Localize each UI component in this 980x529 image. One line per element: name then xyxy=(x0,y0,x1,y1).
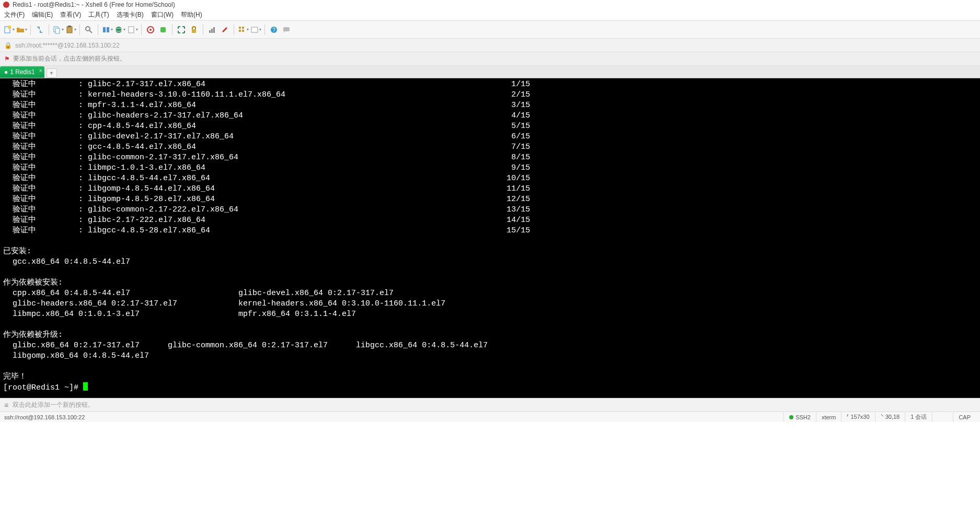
transfer-button[interactable] xyxy=(101,24,113,36)
terminal-output[interactable]: 验证中 : glibc-2.17-317.el7.x86_64 1/15 验证中… xyxy=(0,78,980,398)
separator xyxy=(141,25,142,35)
hint-bar: ⚑ 要添加当前会话，点击左侧的箭头按钮。 xyxy=(0,52,980,66)
status-proto: SSH2 xyxy=(783,412,816,422)
highlight-button[interactable] xyxy=(219,24,230,36)
svg-rect-1 xyxy=(8,26,11,29)
hint-text: 要添加当前会话，点击左侧的箭头按钮。 xyxy=(13,54,126,63)
svg-point-14 xyxy=(149,29,152,31)
svg-rect-24 xyxy=(251,27,258,32)
lock-icon[interactable] xyxy=(188,24,200,36)
app-icon xyxy=(3,2,9,8)
window-title: Redis1 - root@Redis1:~ - Xshell 6 (Free … xyxy=(13,1,175,8)
menu-window[interactable]: 窗口(W) xyxy=(151,10,174,19)
search-button[interactable] xyxy=(83,24,95,36)
status-term-type: xterm xyxy=(816,412,841,422)
chart-button[interactable] xyxy=(206,24,218,36)
menu-tabs[interactable]: 选项卡(B) xyxy=(117,10,144,19)
address-bar[interactable]: 🔒 ssh://root:******@192.168.153.100:22 xyxy=(0,39,980,52)
titlebar: Redis1 - root@Redis1:~ - Xshell 6 (Free … xyxy=(0,0,980,9)
svg-rect-4 xyxy=(67,27,72,33)
tab-label: 1 Redis1 xyxy=(10,68,34,76)
fullscreen-button[interactable] xyxy=(176,24,187,36)
script-button[interactable] xyxy=(126,24,138,36)
quickbar[interactable]: ≡ 双击此处添加一个新的按钮。 xyxy=(0,398,980,412)
globe-button[interactable] xyxy=(114,24,125,36)
menu-file[interactable]: 文件(F) xyxy=(4,10,25,19)
apps-button[interactable] xyxy=(237,24,249,36)
svg-rect-17 xyxy=(209,30,211,33)
status-cursor-pos: ⸌ 30,18 xyxy=(875,412,905,422)
add-tab-button[interactable]: + xyxy=(47,68,57,78)
svg-rect-5 xyxy=(68,26,71,27)
lock-small-icon: 🔒 xyxy=(4,42,12,49)
separator xyxy=(98,25,98,35)
status-connection: ssh://root@192.168.153.100:22 xyxy=(4,414,783,420)
xagent-icon[interactable] xyxy=(157,24,169,36)
menu-icon[interactable]: ≡ xyxy=(4,401,8,409)
separator xyxy=(203,25,203,35)
svg-point-6 xyxy=(86,27,90,31)
svg-rect-16 xyxy=(192,29,196,33)
svg-rect-12 xyxy=(129,27,134,33)
status-size: ⸢ 157x30 xyxy=(841,412,874,422)
svg-rect-18 xyxy=(211,29,213,33)
svg-point-10 xyxy=(116,27,122,33)
separator xyxy=(264,25,265,35)
new-session-button[interactable] xyxy=(3,24,15,36)
tab-redis1[interactable]: ● 1 Redis1 × xyxy=(0,66,44,78)
open-button[interactable] xyxy=(16,24,27,36)
flag-icon: ⚑ xyxy=(4,55,10,63)
svg-line-7 xyxy=(89,30,92,33)
separator xyxy=(172,25,172,35)
tab-bar: ● 1 Redis1 × + xyxy=(0,66,980,78)
address-text: ssh://root:******@192.168.153.100:22 xyxy=(15,42,120,49)
menu-help[interactable]: 帮助(H) xyxy=(181,10,202,19)
status-spacer xyxy=(932,412,953,422)
svg-rect-27 xyxy=(283,27,290,31)
separator xyxy=(79,25,80,35)
connected-icon xyxy=(789,415,793,419)
svg-rect-15 xyxy=(160,27,166,32)
menu-edit[interactable]: 编辑(E) xyxy=(32,10,53,19)
status-cap: CAP xyxy=(953,412,976,422)
svg-text:?: ? xyxy=(272,27,275,33)
svg-rect-22 xyxy=(239,30,241,32)
svg-rect-3 xyxy=(55,28,60,33)
separator xyxy=(30,25,31,35)
help-button[interactable]: ? xyxy=(268,24,280,36)
svg-rect-23 xyxy=(242,30,244,32)
svg-rect-21 xyxy=(242,27,244,29)
menubar: 文件(F) 编辑(E) 查看(V) 工具(T) 选项卡(B) 窗口(W) 帮助(… xyxy=(0,9,980,21)
copy-button[interactable] xyxy=(52,24,64,36)
svg-rect-8 xyxy=(103,27,106,32)
svg-rect-19 xyxy=(213,27,215,33)
toolbar: ? xyxy=(0,21,980,39)
quickbar-hint: 双击此处添加一个新的按钮。 xyxy=(13,401,94,409)
close-tab-icon[interactable]: × xyxy=(39,68,42,74)
menu-tools[interactable]: 工具(T) xyxy=(88,10,109,19)
xftp-icon[interactable] xyxy=(145,24,156,36)
status-bar: ssh://root@192.168.153.100:22 SSH2 xterm… xyxy=(0,412,980,422)
chat-button[interactable] xyxy=(281,24,292,36)
paste-button[interactable] xyxy=(65,24,76,36)
status-sessions: 1 会话 xyxy=(905,412,932,422)
separator xyxy=(49,25,49,35)
reconnect-button[interactable] xyxy=(34,24,45,36)
svg-rect-9 xyxy=(107,27,109,32)
svg-rect-20 xyxy=(239,27,241,29)
settings-button[interactable] xyxy=(250,24,261,36)
separator xyxy=(234,25,234,35)
menu-view[interactable]: 查看(V) xyxy=(60,10,81,19)
